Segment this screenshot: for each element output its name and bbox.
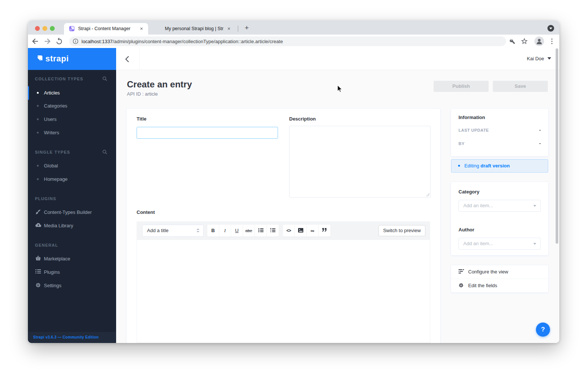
desktop: Strapi - Content Manager × My personal S… <box>0 0 588 372</box>
sidebar-item-categories[interactable]: Categories <box>28 102 116 110</box>
new-tab-button[interactable]: + <box>242 23 251 32</box>
underline-button[interactable]: U <box>231 225 243 237</box>
switch-to-preview-button[interactable]: Switch to preview <box>378 225 425 236</box>
sliders-icon <box>458 269 464 274</box>
url-text: localhost:1337/admin/plugins/content-man… <box>82 39 502 44</box>
sidebar-item-writers[interactable]: Writers <box>28 128 116 137</box>
tab-close-icon[interactable]: × <box>138 25 145 32</box>
sidebar-item-articles[interactable]: Articles <box>28 89 116 97</box>
bullet-icon <box>37 165 39 167</box>
category-select[interactable]: Add an item... <box>458 200 541 212</box>
minimize-window-button[interactable] <box>42 26 47 31</box>
draft-status-notice: Editing draft version <box>451 159 548 173</box>
bold-button[interactable]: B <box>207 225 219 237</box>
publish-button[interactable]: Publish <box>434 81 489 92</box>
app-header: Kai Doe <box>116 48 559 70</box>
tab-title: Strapi - Content Manager <box>78 26 136 31</box>
browser-menu-icon[interactable] <box>547 37 556 46</box>
close-window-button[interactable] <box>35 26 40 31</box>
blockquote-button[interactable] <box>319 225 330 237</box>
editor-body[interactable] <box>137 240 430 343</box>
title-field-label: Title <box>137 116 147 122</box>
scrollbar-thumb[interactable] <box>556 48 558 244</box>
tab-search-button[interactable] <box>547 25 554 32</box>
sidebar-item-settings[interactable]: Settings <box>28 281 116 290</box>
section-collection-types: COLLECTION TYPES <box>35 77 83 81</box>
sidebar-item-marketplace[interactable]: Marketplace <box>28 254 116 263</box>
reload-icon[interactable] <box>55 37 64 46</box>
title-input[interactable] <box>137 127 278 139</box>
zoom-window-button[interactable] <box>50 26 55 31</box>
sidebar-item-media-library[interactable]: Media Library <box>28 221 116 230</box>
tab-close-icon[interactable]: × <box>226 25 232 32</box>
forward-icon[interactable] <box>43 37 52 46</box>
sidebar-item-homepage[interactable]: Homepage <box>28 175 116 184</box>
wysiwyg-editor: Add a title B I U abe <box>137 221 430 343</box>
quote-icon <box>322 228 327 232</box>
bullet-icon <box>37 105 39 107</box>
draft-version-emphasis: draft version <box>480 163 510 169</box>
back-icon[interactable] <box>31 37 40 46</box>
cloud-upload-icon <box>35 222 41 228</box>
description-textarea[interactable] <box>289 126 431 198</box>
version-link[interactable]: Strapi v3.6.3 — Community Edition <box>33 335 99 339</box>
save-button[interactable]: Save <box>493 81 548 92</box>
ordered-list-button[interactable] <box>267 225 279 237</box>
profile-avatar[interactable] <box>534 36 544 46</box>
user-menu[interactable]: Kai Doe <box>527 56 551 61</box>
sidebar-footer: Strapi v3.6.3 — Community Edition <box>28 332 116 343</box>
heading-select[interactable]: Add a title <box>142 225 204 237</box>
site-info-icon[interactable] <box>73 38 79 46</box>
strapi-logo[interactable]: strapi <box>28 48 116 70</box>
description-field-label: Description <box>289 116 316 122</box>
configure-view-link[interactable]: Configure the view <box>451 265 548 279</box>
image-icon <box>298 228 303 232</box>
bookmark-star-icon[interactable] <box>520 37 529 46</box>
link-button[interactable]: ∞ <box>307 225 319 237</box>
search-icon[interactable] <box>102 76 107 83</box>
strapi-favicon-icon <box>69 26 75 32</box>
bullet-icon <box>37 92 39 94</box>
url-bar[interactable]: localhost:1337/admin/plugins/content-man… <box>69 36 506 46</box>
chevron-down-icon <box>547 57 551 60</box>
tab-strapi-content-manager[interactable]: Strapi - Content Manager × <box>64 23 148 35</box>
edit-fields-link[interactable]: Edit the fields <box>451 279 548 292</box>
view-links-card: Configure the view Edit the fields <box>451 265 548 292</box>
help-button[interactable]: ? <box>536 323 550 337</box>
search-icon[interactable] <box>102 149 107 156</box>
section-single-types: SINGLE TYPES <box>35 150 70 154</box>
last-update-label: LAST UPDATE <box>458 128 489 132</box>
dot-icon <box>458 165 460 167</box>
blog-favicon-icon <box>156 26 162 32</box>
relations-card: Category Add an item... Author Add an it… <box>451 182 548 255</box>
image-button[interactable] <box>295 225 307 237</box>
tab-strip: Strapi - Content Manager × My personal S… <box>28 20 559 35</box>
unordered-list-button[interactable] <box>255 225 267 237</box>
sidebar-item-global[interactable]: Global <box>28 161 116 170</box>
browser-window: Strapi - Content Manager × My personal S… <box>28 20 559 343</box>
strapi-logo-icon <box>36 55 43 62</box>
format-button-group: B I U abe <box>207 225 279 237</box>
resize-handle[interactable] <box>426 193 429 196</box>
author-select[interactable]: Add an item... <box>458 238 541 250</box>
code-button[interactable]: <> <box>283 225 295 237</box>
by-label: BY <box>458 141 464 146</box>
italic-button[interactable]: I <box>219 225 231 237</box>
section-plugins: PLUGINS <box>35 196 56 201</box>
bullet-icon <box>37 178 39 180</box>
sidebar-item-content-types-builder[interactable]: Content-Types Builder <box>28 208 116 217</box>
password-key-icon[interactable] <box>508 37 517 46</box>
gear-icon <box>35 282 41 288</box>
back-button[interactable] <box>116 48 140 70</box>
sidebar-item-plugins[interactable]: Plugins <box>28 268 116 277</box>
editor-toolbar: Add a title B I U abe <box>137 221 430 240</box>
strikethrough-button[interactable]: abe <box>243 225 255 237</box>
brush-icon <box>35 209 41 215</box>
tab-personal-blog[interactable]: My personal Strapi blog | Strap × <box>151 23 236 35</box>
user-name: Kai Doe <box>527 56 544 61</box>
by-value: - <box>539 141 541 146</box>
entry-form-card: Title Description Content Add a title B … <box>127 109 440 343</box>
page-title: Create an entry <box>127 79 192 90</box>
category-label: Category <box>458 189 479 195</box>
sidebar-item-users[interactable]: Users <box>28 115 116 124</box>
